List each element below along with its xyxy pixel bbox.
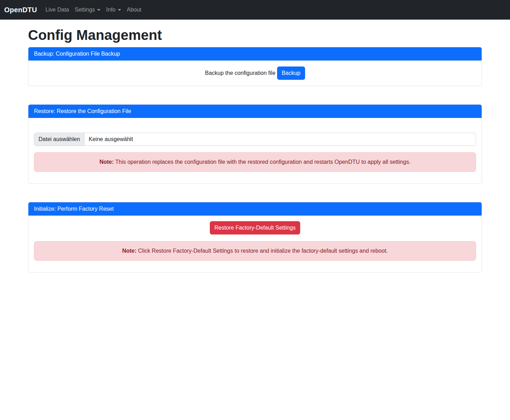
main-container: Config Management Backup: Configuration … <box>28 27 482 273</box>
file-choose-button[interactable]: Datei auswählen <box>34 133 84 146</box>
factory-reset-card: Initialize: Perform Factory Reset Restor… <box>28 202 482 273</box>
factory-note-alert: Note: Click Restore Factory-Default Sett… <box>34 241 476 261</box>
nav-item-label: Settings <box>75 7 95 13</box>
restore-card-header: Restore: Restore the Configuration File <box>28 105 482 118</box>
restore-card: Restore: Restore the Configuration File … <box>28 104 482 184</box>
factory-reset-button[interactable]: Restore Factory-Default Settings <box>210 221 300 234</box>
chevron-down-icon <box>97 9 101 11</box>
nav-item-about[interactable]: About <box>124 4 144 16</box>
nav-item-label: About <box>127 7 142 13</box>
file-status-text: Keine ausgewählt <box>84 133 137 146</box>
chevron-down-icon <box>118 9 121 11</box>
backup-card-header: Backup: Configuration File Backup <box>28 47 482 61</box>
note-label: Note: <box>122 248 137 254</box>
nav-item-label: Info <box>106 7 116 13</box>
backup-prompt-label: Backup the configuration file <box>205 70 275 76</box>
backup-button[interactable]: Backup <box>277 66 305 80</box>
factory-card-header: Initialize: Perform Factory Reset <box>28 202 482 216</box>
factory-card-body: Restore Factory-Default Settings Note: C… <box>28 216 482 272</box>
note-label: Note: <box>99 159 114 165</box>
restore-file-input[interactable]: Datei auswählen Keine ausgewählt <box>34 133 476 146</box>
restore-card-body: Datei auswählen Keine ausgewählt Note: T… <box>28 118 482 183</box>
nav-item-live-data[interactable]: Live Data <box>43 4 72 16</box>
top-navbar: OpenDTU Live Data Settings Info About <box>0 0 510 20</box>
brand-opendtu[interactable]: OpenDTU <box>4 6 37 14</box>
navbar-nav: Live Data Settings Info About <box>43 4 144 16</box>
page: OpenDTU Live Data Settings Info About Co… <box>0 0 510 420</box>
note-text: This operation replaces the configuratio… <box>115 159 411 165</box>
backup-card: Backup: Configuration File Backup Backup… <box>28 47 482 86</box>
nav-item-label: Live Data <box>46 7 69 13</box>
restore-note-alert: Note: This operation replaces the config… <box>34 152 476 172</box>
page-title: Config Management <box>28 27 482 43</box>
note-text: Click Restore Factory-Default Settings t… <box>138 248 388 254</box>
nav-item-settings[interactable]: Settings <box>72 4 103 16</box>
backup-card-body: Backup the configuration file Backup <box>28 61 482 86</box>
nav-item-info[interactable]: Info <box>103 4 124 16</box>
